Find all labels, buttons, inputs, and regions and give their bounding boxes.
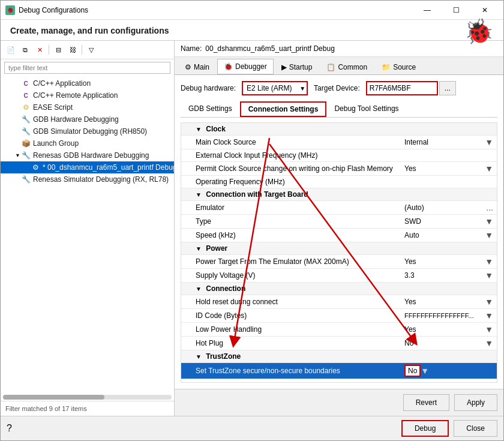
row-dropdown-icon[interactable]: ▼ bbox=[485, 217, 493, 226]
row-value-cell[interactable]: Internal ▼ bbox=[401, 136, 497, 149]
toolbar-separator bbox=[49, 45, 49, 55]
table-row: Permit Clock Source change on writing on… bbox=[181, 162, 497, 176]
row-label: Set TrustZone secure/non-secure boundari… bbox=[181, 363, 401, 379]
row-value-cell[interactable] bbox=[401, 149, 497, 162]
row-dropdown-icon[interactable]: ▼ bbox=[485, 230, 493, 240]
revert-apply-bar: Revert Apply bbox=[175, 389, 503, 416]
new-config-button[interactable]: 📄 bbox=[4, 43, 17, 56]
row-label: Hot Plug bbox=[181, 337, 401, 350]
help-button[interactable]: ? bbox=[7, 423, 12, 434]
minimize-button[interactable]: — bbox=[413, 2, 441, 19]
sidebar-item-label: GDB Simulator Debugging (RH850) bbox=[33, 127, 147, 136]
debug-button[interactable]: Debug bbox=[401, 420, 449, 437]
scrollbar-thumb[interactable] bbox=[3, 395, 104, 400]
row-value-cell[interactable]: No ▼ bbox=[401, 363, 497, 379]
section-connection[interactable]: ▼ Connection bbox=[181, 283, 497, 295]
row-value-cell[interactable]: Yes ▼ bbox=[401, 295, 497, 309]
config-icon: ⚙ bbox=[31, 163, 40, 172]
row-dropdown-icon[interactable]: ▼ bbox=[485, 137, 493, 147]
row-label: Operating Frequency (MHz) bbox=[181, 176, 401, 188]
sub-tab-connection[interactable]: Connection Settings bbox=[240, 101, 327, 117]
window-subtitle: Create, manage, and run configurations bbox=[10, 26, 494, 35]
row-label: Speed (kHz) bbox=[181, 229, 401, 242]
filter-input[interactable] bbox=[4, 62, 170, 74]
row-dropdown-icon[interactable]: ▼ bbox=[485, 311, 493, 320]
row-value-cell[interactable]: Yes ▼ bbox=[401, 323, 497, 337]
tab-debugger-label: Debugger bbox=[235, 62, 267, 71]
section-connection-target[interactable]: ▼ Connection with Target Board bbox=[181, 188, 497, 201]
row-value-cell[interactable]: Yes ▼ bbox=[401, 255, 497, 269]
row-dropdown-icon[interactable]: ▼ bbox=[485, 257, 493, 266]
target-device-wrapper: ... bbox=[366, 81, 456, 95]
row-value-cell[interactable]: No ▼ bbox=[401, 337, 497, 350]
sidebar-item-gdb-hw[interactable]: 🔧 GDB Hardware Debugging bbox=[1, 113, 174, 125]
row-value-cell[interactable]: Yes ▼ bbox=[401, 162, 497, 176]
apply-button[interactable]: Apply bbox=[454, 394, 497, 411]
row-value-cell[interactable]: (Auto) ... bbox=[401, 201, 497, 215]
link-button[interactable]: ⛓ bbox=[66, 43, 79, 56]
tab-startup[interactable]: ▶ Startup bbox=[275, 59, 319, 74]
tab-debugger[interactable]: 🐞 Debugger bbox=[217, 59, 274, 74]
row-dropdown-icon[interactable]: ▼ bbox=[485, 325, 493, 334]
table-row: External Clock Input Frequency (MHz) bbox=[181, 149, 497, 162]
sidebar-item-cpp-app[interactable]: C C/C++ Application bbox=[1, 77, 174, 89]
table-row: ID Code (Bytes) FFFFFFFFFFFFFFFF... ▼ bbox=[181, 309, 497, 323]
row-value-cell[interactable]: SWD ▼ bbox=[401, 215, 497, 229]
maximize-button[interactable]: ☐ bbox=[442, 2, 470, 19]
table-row-trustzone-setting[interactable]: Set TrustZone secure/non-secure boundari… bbox=[181, 363, 497, 379]
sidebar-item-renesas-gdb[interactable]: ▼ 🔧 Renesas GDB Hardware Debugging bbox=[1, 149, 174, 161]
filter-button[interactable]: ▽ bbox=[85, 43, 98, 56]
section-clock[interactable]: ▼ Clock bbox=[181, 123, 497, 136]
row-dropdown-icon[interactable]: ▼ bbox=[485, 338, 493, 348]
tab-main-label: Main bbox=[194, 63, 209, 71]
close-window-button[interactable]: ✕ bbox=[471, 2, 499, 19]
row-dropdown-icon[interactable]: ▼ bbox=[485, 271, 493, 280]
sub-tab-debug-tool[interactable]: Debug Tool Settings bbox=[326, 101, 406, 117]
row-value-cell[interactable] bbox=[401, 176, 497, 188]
sidebar-item-gdb-rh850[interactable]: 🔧 GDB Simulator Debugging (RH850) bbox=[1, 125, 174, 137]
horizontal-scrollbar[interactable] bbox=[3, 395, 172, 400]
tab-common[interactable]: 📋 Common bbox=[320, 59, 374, 74]
row-value-cell[interactable]: Auto ▼ bbox=[401, 229, 497, 242]
target-device-input[interactable] bbox=[366, 81, 438, 95]
table-row: Emulator (Auto) ... bbox=[181, 201, 497, 215]
sub-tab-gdb[interactable]: GDB Settings bbox=[181, 101, 240, 117]
close-button[interactable]: Close bbox=[454, 420, 497, 437]
sidebar-item-cpp-remote[interactable]: C C/C++ Remote Application bbox=[1, 89, 174, 101]
sidebar-item-renesas-sim[interactable]: 🔧 Renesas Simulator Debugging (RX, RL78) bbox=[1, 173, 174, 185]
target-device-browse-button[interactable]: ... bbox=[439, 81, 456, 95]
row-label: Emulator bbox=[181, 201, 401, 215]
revert-button[interactable]: Revert bbox=[403, 394, 449, 411]
window-title: Debug Configurations bbox=[19, 6, 413, 14]
duplicate-button[interactable]: ⧉ bbox=[19, 43, 32, 56]
debugger-tab-icon: 🐞 bbox=[224, 62, 233, 71]
sidebar-item-main-config[interactable]: ⚙ * 00_dshanmcu_ra6m5_uart_printf Debug bbox=[1, 161, 174, 173]
sidebar-item-launch[interactable]: 📦 Launch Group bbox=[1, 137, 174, 149]
row-dropdown-icon[interactable]: ▼ bbox=[485, 164, 493, 173]
row-value-cell[interactable]: 3.3 ▼ bbox=[401, 269, 497, 283]
tab-startup-label: Startup bbox=[289, 63, 313, 71]
table-row: Power Target From The Emulator (MAX 200m… bbox=[181, 255, 497, 269]
sidebar-item-label: * 00_dshanmcu_ra6m5_uart_printf Debug bbox=[43, 163, 174, 172]
tab-source[interactable]: 📁 Source bbox=[375, 59, 422, 74]
tab-common-label: Common bbox=[338, 63, 367, 71]
delete-button[interactable]: ✕ bbox=[33, 43, 46, 56]
left-toolbar: 📄 ⧉ ✕ ⊟ ⛓ ▽ bbox=[1, 41, 174, 59]
row-ellipsis[interactable]: ... bbox=[486, 203, 493, 212]
row-label: Permit Clock Source change on writing on… bbox=[181, 162, 401, 176]
table-row: Low Power Handling Yes ▼ bbox=[181, 323, 497, 337]
tree-view: C C/C++ Application C C/C++ Remote Appli… bbox=[1, 76, 174, 394]
row-dropdown-icon[interactable]: ▼ bbox=[421, 366, 429, 376]
row-value-cell[interactable]: FFFFFFFFFFFFFFFF... ▼ bbox=[401, 309, 497, 323]
row-label: Power Target From The Emulator (MAX 200m… bbox=[181, 255, 401, 269]
settings-scroll[interactable]: ▼ Clock Main Clock Source Internal ▼ bbox=[181, 122, 497, 383]
debug-configurations-window: 🐞 Debug Configurations — ☐ ✕ Create, man… bbox=[0, 0, 504, 441]
tab-main[interactable]: ⚙ Main bbox=[178, 59, 216, 74]
section-power[interactable]: ▼ Power bbox=[181, 242, 497, 255]
collapse-button[interactable]: ⊟ bbox=[52, 43, 65, 56]
launch-icon: 📦 bbox=[21, 139, 31, 148]
section-trustzone[interactable]: ▼ TrustZone bbox=[181, 350, 497, 363]
debug-hardware-select[interactable]: E2 Lite (ARM) bbox=[242, 81, 308, 95]
sidebar-item-ease[interactable]: ⚙ EASE Script bbox=[1, 101, 174, 113]
row-dropdown-icon[interactable]: ▼ bbox=[485, 297, 493, 307]
